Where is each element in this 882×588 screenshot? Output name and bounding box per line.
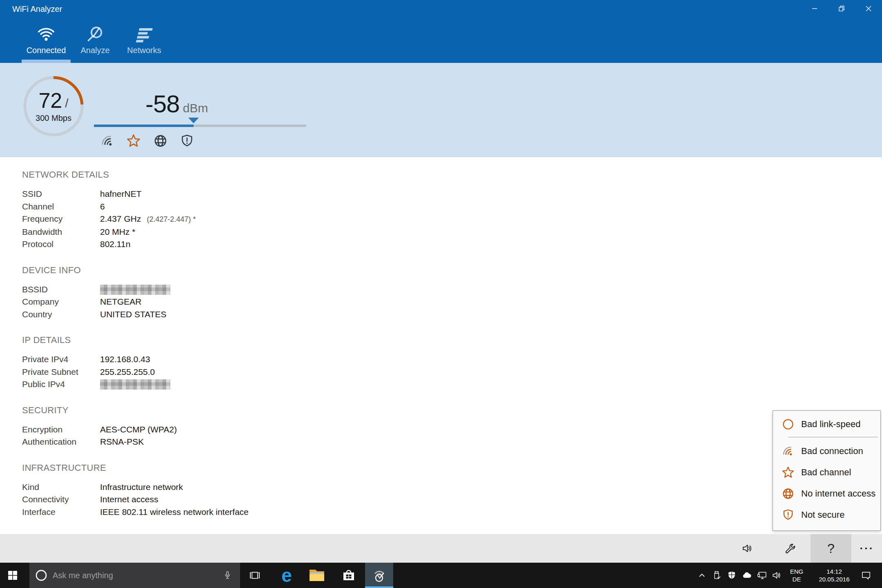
signal-slider[interactable] <box>94 125 306 127</box>
tab-analyze[interactable]: Analyze <box>71 17 120 63</box>
detail-label: Protocol <box>22 238 100 251</box>
clock[interactable]: 14:12 20.05.2016 <box>810 563 858 588</box>
detail-row: AuthenticationRSNA-PSK <box>22 436 882 448</box>
detail-value: 6 <box>100 202 105 211</box>
detail-label: Private IPv4 <box>22 353 100 366</box>
file-explorer-button[interactable] <box>304 563 330 588</box>
link-speed-divider: / <box>65 96 68 110</box>
redacted-value <box>100 285 170 295</box>
connection-icon <box>100 133 115 149</box>
tab-label: Connected <box>27 46 66 55</box>
legend-item-bad-link-speed: Bad link-speed <box>773 415 880 434</box>
detail-value: UNITED STATES <box>100 310 167 319</box>
edge-icon: e <box>281 566 292 585</box>
section-ip-details: IP DETAILS Private IPv4192.168.0.43 Priv… <box>22 334 882 391</box>
detail-row: CompanyNETGEAR <box>22 296 882 308</box>
connection-icon <box>781 444 795 458</box>
more-button[interactable]: ··· <box>852 534 882 563</box>
network-monitor-icon <box>757 570 767 581</box>
section-heading: NETWORK DETAILS <box>22 169 882 181</box>
active-tab-indicator <box>22 60 71 63</box>
close-button[interactable] <box>855 0 882 17</box>
detail-label: Channel <box>22 200 100 213</box>
settings-wrench-button[interactable] <box>775 534 805 563</box>
detail-row: KindInfrastructure network <box>22 481 882 494</box>
link-speed-value: 72 <box>38 90 62 111</box>
legend-label: Bad connection <box>801 446 863 457</box>
detail-row: Bandwidth20 MHz * <box>22 226 882 238</box>
detail-value: 2.437 GHz <box>100 214 141 223</box>
tray-onedrive-button[interactable] <box>739 563 755 588</box>
detail-value: 255.255.255.0 <box>100 367 155 376</box>
signal-slider-thumb[interactable] <box>188 118 199 123</box>
detail-label: Company <box>22 296 100 308</box>
tray-chevron-button[interactable] <box>694 563 710 588</box>
globe-icon <box>153 133 168 149</box>
wrench-icon <box>784 542 796 555</box>
detail-value: 802.11n <box>100 239 130 249</box>
volume-button[interactable] <box>733 534 762 563</box>
detail-row: Frequency2.437 GHz(2.427-2.447) * <box>22 213 882 226</box>
detail-row: CountryUNITED STATES <box>22 308 882 321</box>
section-infrastructure: INFRASTRUCTURE KindInfrastructure networ… <box>22 462 882 519</box>
networks-icon <box>135 24 154 45</box>
detail-row: BSSID <box>22 283 882 296</box>
section-heading: DEVICE INFO <box>22 264 882 276</box>
circle-icon <box>781 417 795 431</box>
tab-connected[interactable]: Connected <box>22 17 71 63</box>
section-device-info: DEVICE INFO BSSID CompanyNETGEAR Country… <box>22 264 882 321</box>
tab-label: Analyze <box>80 46 109 55</box>
close-icon <box>865 5 872 12</box>
cortana-icon <box>35 569 47 581</box>
folder-icon <box>310 570 324 581</box>
legend-item-no-internet: No internet access <box>773 483 880 504</box>
legend-item-not-secure: Not secure <box>773 504 880 526</box>
legend-item-bad-channel: Bad channel <box>773 462 880 483</box>
microphone-icon[interactable] <box>222 570 233 580</box>
volume-icon <box>741 542 753 555</box>
shield-icon <box>179 133 195 149</box>
clock-date: 20.05.2016 <box>819 575 849 583</box>
action-center-button[interactable] <box>857 563 875 588</box>
legend-item-bad-connection: Bad connection <box>773 441 880 462</box>
tray-network-button[interactable] <box>754 563 770 588</box>
minimize-button[interactable] <box>801 0 828 17</box>
tray-usb-button[interactable] <box>708 563 725 588</box>
legend-popup: Bad link-speed Bad connection Bad channe… <box>773 410 881 531</box>
detail-label: BSSID <box>22 283 100 296</box>
store-bag-icon <box>342 568 355 582</box>
detail-value: 20 MHz * <box>100 227 135 236</box>
connection-summary: 72 / 300 Mbps -58 dBm <box>0 63 882 157</box>
detail-content: NETWORK DETAILS SSIDhafnerNET Channel6 F… <box>0 157 882 534</box>
wifi-analyzer-app-button[interactable] <box>365 563 393 588</box>
legend-label: Bad channel <box>801 467 851 478</box>
cloud-icon <box>742 570 752 581</box>
detail-value: NETGEAR <box>100 297 142 306</box>
chevron-up-icon <box>698 571 706 579</box>
detail-value: Infrastructure network <box>100 482 183 492</box>
detail-row: ConnectivityInternet access <box>22 493 882 506</box>
detail-label: SSID <box>22 188 100 200</box>
store-button[interactable] <box>336 563 361 588</box>
usb-icon <box>712 570 722 580</box>
legend-label: No internet access <box>801 488 875 499</box>
cortana-search-box[interactable]: Ask me anything <box>29 563 240 588</box>
tray-volume-button[interactable] <box>768 563 785 588</box>
detail-row: InterfaceIEEE 802.11 wireless network in… <box>22 506 882 519</box>
tab-networks[interactable]: Networks <box>120 17 169 63</box>
legend-divider <box>788 437 878 437</box>
language-indicator[interactable]: ENG DE <box>785 563 808 588</box>
signal-unit: dBm <box>183 101 208 115</box>
screen: WiFi Analyzer <box>0 0 882 588</box>
restore-button[interactable] <box>828 0 855 17</box>
edge-browser-button[interactable]: e <box>274 563 299 588</box>
volume-icon <box>771 570 782 581</box>
wifi-icon <box>37 24 56 45</box>
start-button[interactable] <box>0 563 25 588</box>
help-button[interactable]: ? <box>811 534 851 563</box>
task-view-button[interactable] <box>242 563 267 588</box>
app-command-bar: ? ··· <box>0 534 882 563</box>
tray-defender-button[interactable] <box>724 563 740 588</box>
detail-row: Public IPv4 <box>22 378 882 391</box>
detail-row: EncryptionAES-CCMP (WPA2) <box>22 423 882 436</box>
